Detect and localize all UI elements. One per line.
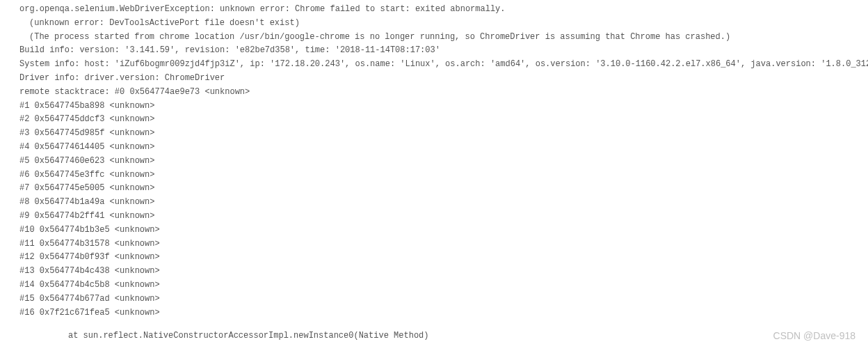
stacktrace-log: org.openqa.selenium.WebDriverException: … bbox=[19, 3, 868, 320]
log-line: #6 0x5647745e3ffc <unknown> bbox=[19, 169, 868, 182]
log-line: System info: host: 'iZuf6bogmr009zjd4fjp… bbox=[19, 58, 868, 72]
log-line: org.openqa.selenium.WebDriverException: … bbox=[19, 3, 868, 17]
log-line: Driver info: driver.version: ChromeDrive… bbox=[19, 72, 868, 86]
log-line: #4 0x564774614405 <unknown> bbox=[19, 141, 868, 155]
log-line: #12 0x564774b0f93f <unknown> bbox=[19, 251, 868, 265]
log-line: #11 0x564774b31578 <unknown> bbox=[19, 237, 868, 251]
log-line: #3 0x5647745d985f <unknown> bbox=[19, 127, 868, 141]
log-line: #5 0x56477460e623 <unknown> bbox=[19, 155, 868, 169]
log-line: #16 0x7f21c671fea5 <unknown> bbox=[19, 306, 868, 320]
log-line: #1 0x5647745ba898 <unknown> bbox=[19, 100, 868, 114]
log-line: #10 0x564774b1b3e5 <unknown> bbox=[19, 224, 868, 237]
log-line: remote stacktrace: #0 0x564774ae9e73 <un… bbox=[19, 86, 868, 100]
log-line: Build info: version: '3.141.59', revisio… bbox=[19, 44, 868, 58]
at-stack-line: at sun.reflect.NativeConstructorAccessor… bbox=[19, 329, 868, 343]
log-line: #8 0x564774b1a49a <unknown> bbox=[19, 196, 868, 210]
log-line: #13 0x564774b4c438 <unknown> bbox=[19, 265, 868, 279]
log-line: (The process started from chrome locatio… bbox=[19, 31, 868, 45]
log-line: #15 0x564774b677ad <unknown> bbox=[19, 292, 868, 306]
log-line: #14 0x564774b4c5b8 <unknown> bbox=[19, 279, 868, 292]
log-line: #7 0x5647745e5005 <unknown> bbox=[19, 182, 868, 196]
log-line: #9 0x564774b2ff41 <unknown> bbox=[19, 210, 868, 224]
log-line: #2 0x5647745ddcf3 <unknown> bbox=[19, 113, 868, 127]
log-line: (unknown error: DevToolsActivePort file … bbox=[19, 17, 868, 31]
